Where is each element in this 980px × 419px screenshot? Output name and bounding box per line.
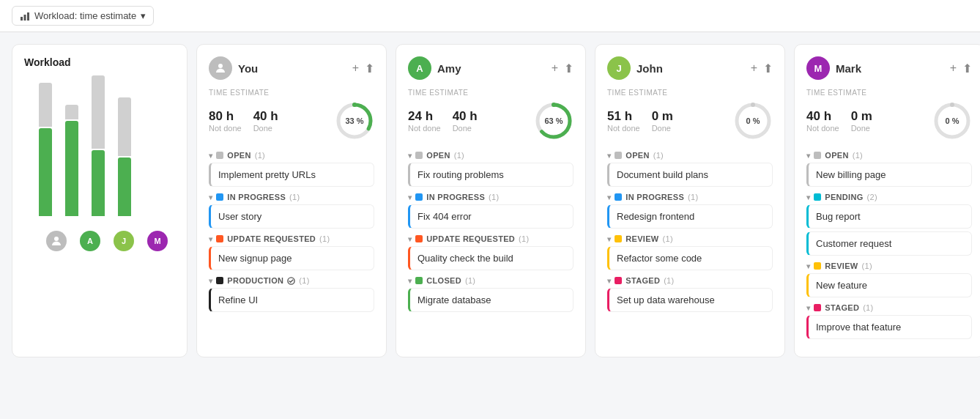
groups-container: ▾ OPEN (1) Document build plans ▾ IN PRO…	[607, 151, 773, 312]
group-count: (1)	[255, 151, 265, 160]
group-status-dot	[415, 277, 423, 284]
time-section: TIME ESTIMATE 80 h Not done 40 h Done 33…	[209, 89, 374, 141]
group-header[interactable]: ▾ CLOSED (1)	[408, 276, 573, 285]
not-done-stat: 51 h Not done	[607, 109, 640, 133]
group-header[interactable]: ▾ OPEN (1)	[408, 151, 573, 160]
task-card[interactable]: Improve that feature	[806, 315, 972, 339]
done-label: Done	[652, 124, 673, 133]
task-title: Redesign frontend	[617, 211, 694, 222]
add-icon[interactable]: +	[552, 62, 558, 75]
person-info: You	[209, 56, 258, 80]
main-content: Workload AJM You + ⬆ TIME	[0, 32, 980, 369]
group-header[interactable]: ▾ PRODUCTION (1)	[209, 276, 374, 285]
group-status-dot	[216, 277, 223, 284]
group-header[interactable]: ▾ UPDATE REQUESTED (1)	[209, 234, 374, 243]
group-header[interactable]: ▾ STAGED (1)	[806, 303, 972, 312]
task-card[interactable]: Implement pretty URLs	[209, 163, 374, 187]
group-header[interactable]: ▾ IN PROGRESS (1)	[408, 193, 573, 201]
time-label: TIME ESTIMATE	[408, 89, 573, 97]
collapse-icon[interactable]: ⬆	[763, 62, 773, 75]
not-done-label: Not done	[408, 124, 441, 133]
group-status-dot	[814, 193, 821, 201]
done-stat: 0 m Done	[851, 109, 872, 133]
svg-point-4	[218, 64, 223, 68]
done-stat: 40 h Done	[253, 109, 278, 133]
task-card[interactable]: Migrate database	[408, 288, 573, 312]
donut-pct: 33 %	[345, 116, 363, 125]
task-card[interactable]: Redesign frontend	[607, 204, 773, 229]
group-header[interactable]: ▾ OPEN (1)	[607, 151, 773, 160]
group-header[interactable]: ▾ IN PROGRESS (1)	[607, 193, 773, 201]
group-count: (1)	[299, 276, 309, 285]
task-card[interactable]: New signup page	[209, 246, 374, 270]
group-header[interactable]: ▾ OPEN (1)	[209, 151, 374, 160]
group-status-dot	[415, 193, 423, 201]
task-card[interactable]: Fix routing problems	[408, 163, 573, 187]
person-info: J John	[607, 56, 663, 80]
add-icon[interactable]: +	[950, 62, 957, 75]
group-header[interactable]: ▾ OPEN (1)	[806, 151, 972, 160]
add-icon[interactable]: +	[352, 62, 359, 75]
avatars-row: AJM	[24, 231, 175, 251]
collapse-icon[interactable]: ⬆	[564, 62, 573, 75]
chart-icon	[20, 11, 30, 21]
task-card[interactable]: Document build plans	[607, 163, 773, 187]
group-status-label: OPEN	[825, 151, 848, 160]
done-label: Done	[851, 124, 872, 133]
group-status-label: STAGED	[626, 276, 660, 285]
person-name: Mark	[836, 62, 861, 75]
group-header[interactable]: ▾ UPDATE REQUESTED (1)	[408, 234, 573, 243]
chevron-icon: ▾	[607, 277, 611, 285]
chevron-icon: ▾	[209, 235, 212, 243]
task-card[interactable]: Bug report	[806, 204, 972, 229]
add-icon[interactable]: +	[751, 62, 757, 75]
chevron-icon: ▾	[408, 277, 412, 285]
task-title: Implement pretty URLs	[218, 169, 316, 180]
workload-btn-label: Workload: time estimate	[34, 10, 136, 21]
group-count: (1)	[319, 234, 330, 243]
group-header[interactable]: ▾ REVIEW (1)	[806, 262, 972, 270]
group-header[interactable]: ▾ PENDING (2)	[806, 193, 972, 201]
collapse-icon[interactable]: ⬆	[962, 62, 972, 75]
svg-rect-1	[24, 15, 26, 21]
group-status-label: OPEN	[426, 151, 450, 160]
groups-container: ▾ OPEN (1) Implement pretty URLs ▾ IN PR…	[209, 151, 374, 312]
task-title: New signup page	[218, 253, 292, 264]
group-header[interactable]: ▾ REVIEW (1)	[607, 234, 773, 243]
task-card[interactable]: Refactor some code	[607, 246, 773, 270]
task-card[interactable]: Refine UI	[209, 288, 374, 312]
group-status-label: STAGED	[825, 303, 859, 312]
chevron-icon: ▾	[607, 193, 611, 201]
chevron-icon: ▾	[806, 262, 810, 270]
task-card[interactable]: New feature	[806, 273, 972, 297]
task-card[interactable]: User story	[209, 204, 374, 229]
workload-btn[interactable]: Workload: time estimate ▾	[12, 6, 154, 26]
user-photo-icon	[214, 62, 227, 75]
done-stat: 40 h Done	[453, 109, 478, 133]
task-card[interactable]: Quality check the build	[408, 246, 573, 270]
task-group: ▾ REVIEW (1) New feature	[806, 262, 972, 297]
svg-rect-0	[21, 17, 23, 21]
group-header[interactable]: ▾ STAGED (1)	[607, 276, 773, 285]
avatar: A	[408, 56, 431, 80]
header-actions: + ⬆	[552, 62, 573, 75]
task-card[interactable]: New billing page	[806, 163, 972, 187]
task-title: Fix 404 error	[417, 211, 472, 222]
task-card[interactable]: Fix 404 error	[408, 204, 573, 229]
task-card[interactable]: Set up data warehouse	[607, 288, 773, 312]
task-card[interactable]: Customer request	[806, 231, 972, 256]
task-title: User story	[218, 211, 261, 222]
donut-container: 33 %	[335, 101, 374, 141]
collapse-icon[interactable]: ⬆	[365, 62, 374, 75]
group-header[interactable]: ▾ IN PROGRESS (1)	[209, 193, 374, 201]
task-group: ▾ REVIEW (1) Refactor some code	[607, 234, 773, 270]
header-actions: + ⬆	[751, 62, 773, 75]
person-col-amy: A Amy + ⬆ TIME ESTIMATE 24 h Not done 40…	[396, 44, 586, 357]
bar-green	[65, 121, 78, 216]
person-info: M Mark	[806, 56, 861, 80]
mini-avatar	[46, 231, 67, 251]
not-done-value: 24 h	[408, 109, 441, 124]
workload-title: Workload	[24, 56, 175, 68]
avatar: M	[806, 56, 830, 80]
task-title: Bug report	[816, 211, 861, 222]
